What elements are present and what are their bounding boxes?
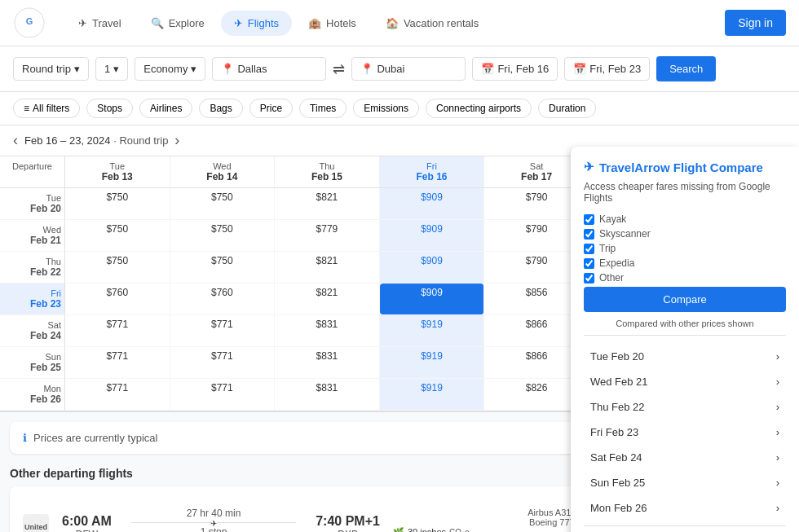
cell-3-1[interactable]: $760 <box>170 284 276 315</box>
cell-1-3[interactable]: $909 <box>380 220 485 252</box>
cell-5-1[interactable]: $771 <box>170 347 276 379</box>
arrive-time: 7:40 PM+1 <box>316 514 380 529</box>
cell-6-1[interactable]: $771 <box>170 379 276 411</box>
cell-6-2[interactable]: $831 <box>275 379 380 411</box>
bags-filter[interactable]: Bags <box>199 99 242 118</box>
cell-2-3[interactable]: $909 <box>380 252 485 284</box>
filters-bar: ≡ All filters Stops Airlines Bags Price … <box>0 92 799 125</box>
price-filter[interactable]: Price <box>249 99 293 118</box>
tab-hotels[interactable]: 🏨 Hotels <box>295 11 369 36</box>
tab-explore[interactable]: 🔍 Explore <box>138 11 218 36</box>
duration-filter[interactable]: Duration <box>538 99 596 118</box>
cell-4-0[interactable]: $771 <box>65 315 170 347</box>
tab-flights[interactable]: ✈ Flights <box>221 11 292 36</box>
aircraft2-label: Boeing 777 <box>529 517 575 527</box>
chevron-right-icon: › <box>776 477 779 489</box>
kayak-checkbox[interactable] <box>584 214 594 225</box>
cell-0-0[interactable]: $750 <box>65 188 170 220</box>
depart-time: 6:00 AM <box>62 514 112 529</box>
nav-item-4[interactable]: Sat Feb 24 › <box>584 446 786 468</box>
cell-1-2[interactable]: $779 <box>275 220 380 252</box>
depart-date-input[interactable]: 📅 Fri, Feb 16 <box>472 57 558 81</box>
row-header-4: Sat Feb 24 <box>0 315 65 347</box>
source-expedia: Expedia <box>584 257 786 269</box>
search-button[interactable]: Search <box>656 56 716 81</box>
col-header-1: Wed Feb 14 <box>170 156 276 188</box>
duration-text: 27 hr 40 min <box>118 508 309 519</box>
nav-item-3[interactable]: Fri Feb 23 › <box>584 421 786 443</box>
swap-button[interactable]: ⇌ <box>333 60 345 78</box>
stops-filter[interactable]: Stops <box>86 99 133 118</box>
nav-item-0[interactable]: Tue Feb 20 › <box>584 345 786 367</box>
header: G ✈ Travel 🔍 Explore ✈ Flights 🏨 Hotels … <box>0 0 799 46</box>
cell-6-0[interactable]: $771 <box>65 379 170 411</box>
expedia-checkbox[interactable] <box>584 258 594 269</box>
cell-0-3[interactable]: $909 <box>380 188 485 220</box>
date-next-button[interactable]: › <box>168 129 186 152</box>
overlay-panel: ✈ TravelArrow Flight Compare Access chea… <box>571 147 799 532</box>
cell-1-1[interactable]: $750 <box>170 220 276 252</box>
cell-5-2[interactable]: $831 <box>275 347 380 379</box>
cell-4-1[interactable]: $771 <box>170 315 276 347</box>
trip-checkbox[interactable] <box>584 244 594 254</box>
all-filters-button[interactable]: ≡ All filters <box>13 99 80 118</box>
compare-button[interactable]: Compare <box>584 287 786 312</box>
tab-vacation[interactable]: 🏠 Vacation rentals <box>373 11 492 36</box>
emissions-filter[interactable]: Emissions <box>353 99 419 118</box>
calendar-icon: 📅 <box>481 63 494 75</box>
row-header-1: Wed Feb 21 <box>0 220 65 252</box>
col-header-3: Fri Feb 16 <box>380 156 485 188</box>
cell-1-0[interactable]: $750 <box>65 220 170 252</box>
nav-item-6[interactable]: Mon Feb 26 › <box>584 497 786 519</box>
nav-item-2[interactable]: Thu Feb 22 › <box>584 396 786 418</box>
row-header-3: Fri Feb 23 <box>0 284 65 315</box>
date-range-label: Feb 16 – 23, 2024 · Round trip <box>24 134 168 147</box>
sign-in-button[interactable]: Sign in <box>725 10 786 36</box>
skyscanner-checkbox[interactable] <box>584 229 594 240</box>
date-prev-button[interactable]: ‹ <box>7 129 24 152</box>
cell-0-2[interactable]: $821 <box>275 188 380 220</box>
svg-text:G: G <box>26 16 33 26</box>
cell-6-3[interactable]: $919 <box>380 379 485 411</box>
overlay-nav: Tue Feb 20 › Wed Feb 21 › Thu Feb 22 › F… <box>584 345 786 519</box>
location-icon: 📍 <box>360 63 373 75</box>
cell-3-0[interactable]: $760 <box>65 284 170 315</box>
return-date-input[interactable]: 📅 Fri, Feb 23 <box>564 57 650 81</box>
col-header-0: Tue Feb 13 <box>65 156 170 188</box>
emissions-icon: 🌿 <box>393 527 404 533</box>
chevron-right-icon: › <box>776 401 779 413</box>
cell-0-1[interactable]: $750 <box>170 188 276 220</box>
cell-4-3[interactable]: $919 <box>380 315 485 347</box>
tab-travel[interactable]: ✈ Travel <box>65 11 135 36</box>
cell-2-1[interactable]: $750 <box>170 252 276 284</box>
cell-3-2[interactable]: $821 <box>275 284 380 315</box>
cell-2-0[interactable]: $750 <box>65 252 170 284</box>
depart-airport: DFW <box>62 529 112 532</box>
row-header-0: Tue Feb 20 <box>0 188 65 220</box>
source-trip: Trip <box>584 243 786 254</box>
nav-item-1[interactable]: Wed Feb 21 › <box>584 371 786 393</box>
chevron-right-icon: › <box>776 451 779 464</box>
cell-2-2[interactable]: $821 <box>275 252 380 284</box>
origin-input[interactable]: 📍 Dallas <box>212 57 326 81</box>
filter-icon: ≡ <box>24 103 29 114</box>
overlay-title: ✈ TravelArrow Flight Compare <box>584 160 786 174</box>
cabin-class-select[interactable]: Economy ▾ <box>135 57 205 81</box>
divider-2 <box>584 525 786 526</box>
col-header-2: Thu Feb 15 <box>275 156 380 188</box>
destination-input[interactable]: 📍 Dubai <box>351 57 466 81</box>
compared-with-label: Compared with other prices shown <box>584 319 786 328</box>
connecting-airports-filter[interactable]: Connecting airports <box>426 99 532 118</box>
emissions-value: 30 inches <box>408 527 446 532</box>
times-filter[interactable]: Times <box>299 99 347 118</box>
airlines-filter[interactable]: Airlines <box>139 99 192 118</box>
cell-3-3[interactable]: $909 <box>380 284 485 315</box>
passengers-select[interactable]: 1 ▾ <box>95 57 128 81</box>
cell-5-0[interactable]: $771 <box>65 347 170 379</box>
cell-5-3[interactable]: $919 <box>380 347 485 379</box>
arrive-airport: DXB <box>316 529 380 532</box>
trip-type-select[interactable]: Round trip ▾ <box>13 57 89 81</box>
other-checkbox[interactable] <box>584 273 594 284</box>
nav-item-5[interactable]: Sun Feb 25 › <box>584 472 786 494</box>
cell-4-2[interactable]: $831 <box>275 315 380 347</box>
